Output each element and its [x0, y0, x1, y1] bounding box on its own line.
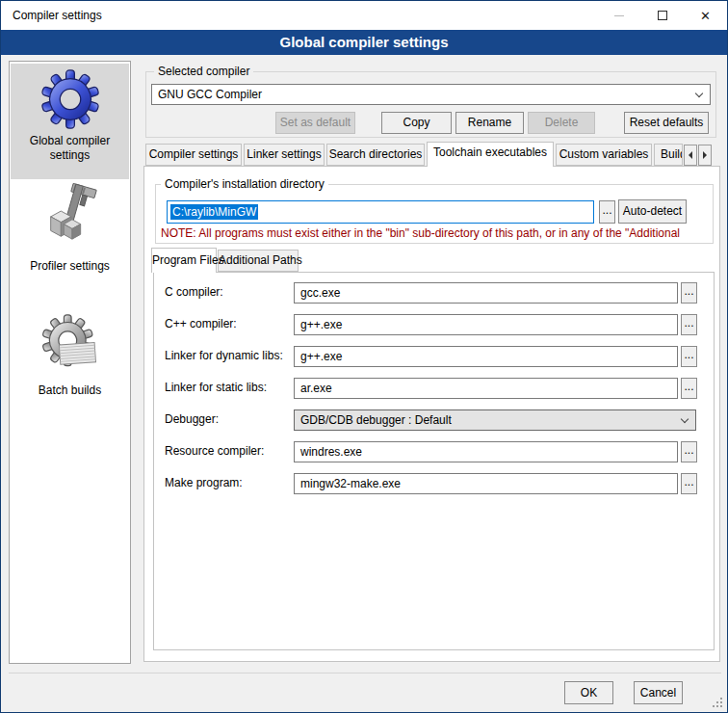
c-compiler-label: C compiler: [165, 285, 292, 300]
dialog-header: Global compiler settings [1, 30, 727, 55]
close-button[interactable]: ✕ [684, 1, 727, 30]
c-compiler-browse-button[interactable]: ... [681, 282, 697, 304]
resource-compiler-browse-button[interactable]: ... [681, 441, 697, 462]
make-program-browse-button[interactable]: ... [681, 473, 697, 494]
delete-button[interactable]: Delete [528, 112, 595, 134]
window-title: Compiler settings [13, 1, 102, 30]
tab-toolchain-executables[interactable]: Toolchain executables [427, 142, 554, 167]
title-bar: Compiler settings ✕ [1, 1, 727, 30]
linker-static-browse-button[interactable]: ... [681, 378, 697, 399]
resource-compiler-label: Resource compiler: [165, 444, 292, 459]
batch-builds-gear-icon [40, 314, 100, 374]
linker-dynamic-browse-button[interactable]: ... [681, 346, 697, 367]
caption-buttons: ✕ [597, 1, 727, 30]
subtab-additional-paths[interactable]: Additional Paths [218, 250, 299, 272]
cpp-compiler-browse-button[interactable]: ... [681, 314, 697, 335]
sidebar-item-label: Batch builds [11, 383, 129, 398]
tab-compiler-settings[interactable]: Compiler settings [145, 144, 242, 166]
maximize-button[interactable] [640, 1, 684, 30]
tab-scroll-right-icon [703, 151, 707, 159]
cancel-button[interactable]: Cancel [634, 681, 683, 704]
maximize-icon [658, 11, 667, 20]
debugger-select-value: GDB/CDB debugger : Default [300, 410, 674, 430]
compiler-select[interactable]: GNU GCC Compiler [151, 84, 711, 105]
browse-directory-button[interactable]: ... [599, 200, 615, 224]
chevron-down-icon [681, 415, 689, 423]
tab-build-truncated[interactable]: Build [654, 144, 683, 166]
rename-button[interactable]: Rename [455, 112, 524, 134]
debugger-label: Debugger: [165, 412, 292, 427]
selected-compiler-group-label: Selected compiler [154, 65, 253, 78]
tab-scroll-left-button[interactable] [684, 145, 697, 166]
footer-separator [9, 673, 721, 673]
resize-grip[interactable] [720, 705, 722, 707]
tab-scroll-left-icon [689, 151, 692, 159]
tab-search-directories[interactable]: Search directories [326, 144, 425, 166]
c-compiler-field[interactable]: gcc.exe [294, 282, 678, 304]
copy-button[interactable]: Copy [381, 112, 452, 134]
tab-linker-settings[interactable]: Linker settings [244, 144, 325, 166]
sidebar-item-label: Global compiler settings [11, 134, 129, 163]
installation-directory-input[interactable]: C:\raylib\MinGW [167, 200, 594, 224]
tab-custom-variables[interactable]: Custom variables [556, 144, 652, 166]
settings-sidebar: Global compiler settings Profil [9, 61, 131, 664]
reset-defaults-button[interactable]: Reset defaults [624, 112, 709, 134]
note-text: NOTE: All programs must exist either in … [161, 226, 715, 240]
linker-dynamic-field[interactable]: g++.exe [294, 346, 678, 367]
caliper-icon [40, 183, 100, 243]
tab-scroll-right-button[interactable] [698, 145, 712, 166]
set-as-default-button[interactable]: Set as default [275, 112, 355, 134]
cpp-compiler-field[interactable]: g++.exe [294, 314, 678, 335]
linker-static-field[interactable]: ar.exe [294, 378, 678, 399]
linker-static-label: Linker for static libs: [165, 381, 292, 395]
subtab-program-files[interactable]: Program Files [151, 248, 217, 273]
minimize-button[interactable] [597, 1, 640, 30]
cpp-compiler-label: C++ compiler: [165, 317, 292, 331]
make-program-field[interactable]: mingw32-make.exe [294, 473, 678, 494]
sidebar-item-profiler-settings[interactable]: Profiler settings [11, 181, 129, 281]
installation-directory-value: C:\raylib\MinGW [170, 204, 258, 220]
sidebar-item-batch-builds[interactable]: Batch builds [11, 310, 129, 403]
close-icon: ✕ [700, 10, 711, 22]
compiler-settings-dialog: Compiler settings ✕ Global compiler sett… [0, 0, 728, 713]
resource-compiler-field[interactable]: windres.exe [294, 441, 678, 462]
sidebar-item-label: Profiler settings [11, 259, 129, 274]
installation-directory-group-label: Compiler's installation directory [161, 177, 328, 191]
sidebar-item-global-compiler-settings[interactable]: Global compiler settings [11, 64, 129, 179]
minimize-icon [614, 15, 624, 16]
blue-gear-icon [40, 69, 100, 129]
linker-dynamic-label: Linker for dynamic libs: [165, 349, 292, 363]
auto-detect-button[interactable]: Auto-detect [618, 199, 687, 224]
chevron-down-icon [695, 90, 703, 97]
make-program-label: Make program: [165, 476, 292, 490]
compiler-select-value: GNU GCC Compiler [158, 85, 689, 104]
debugger-select[interactable]: GDB/CDB debugger : Default [294, 409, 696, 431]
ok-button[interactable]: OK [564, 681, 613, 704]
